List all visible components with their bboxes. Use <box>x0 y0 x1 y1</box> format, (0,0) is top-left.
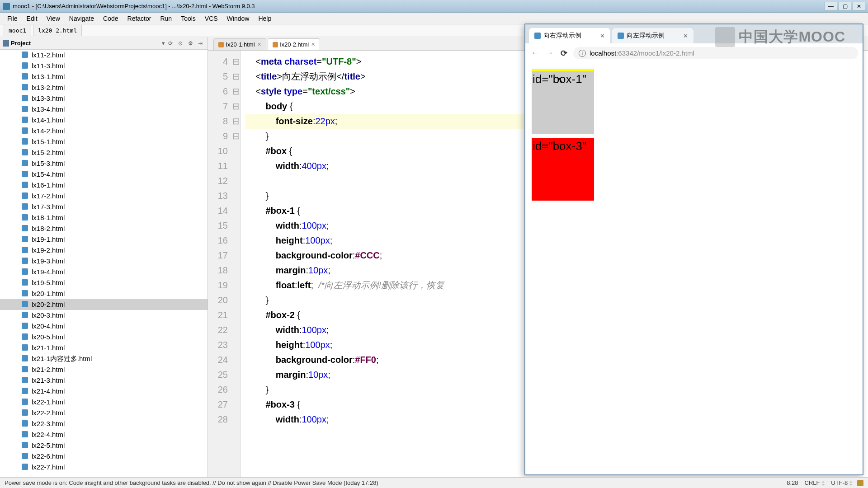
project-file[interactable]: lx22-7.html <box>0 462 208 473</box>
project-file[interactable]: lx22-1.html <box>0 397 208 408</box>
line-ending[interactable]: CRLF ‡ <box>805 479 825 486</box>
project-file[interactable]: lx21-4.html <box>0 386 208 397</box>
project-file[interactable]: lx13-1.html <box>0 71 208 82</box>
status-message[interactable]: Power save mode is on: Code insight and … <box>5 479 378 486</box>
menu-refactor[interactable]: Refactor <box>123 14 156 23</box>
project-file[interactable]: lx13-4.html <box>0 104 208 115</box>
hide-icon[interactable]: ⇥ <box>196 39 205 48</box>
project-file[interactable]: lx20-3.html <box>0 310 208 321</box>
project-file[interactable]: lx20-2.html <box>0 299 208 310</box>
site-info-icon[interactable]: i <box>579 50 586 57</box>
project-collapse-icon[interactable]: ▾ <box>162 40 165 47</box>
menu-view[interactable]: View <box>42 14 65 23</box>
title-bar: mooc1 - [C:\Users\Administrator\Webstorm… <box>0 0 868 13</box>
caret-position[interactable]: 8:28 <box>787 479 798 486</box>
project-file[interactable]: lx19-2.html <box>0 245 208 256</box>
project-file[interactable]: lx19-5.html <box>0 277 208 288</box>
browser-window: 向右浮动示例✕向左浮动示例✕ ← → ⟳ i localhost:63342/m… <box>524 23 863 475</box>
project-file[interactable]: lx18-1.html <box>0 212 208 223</box>
lock-icon[interactable] <box>857 480 863 486</box>
project-tree[interactable]: lx11-2.htmllx11-3.htmllx13-1.htmllx13-2.… <box>0 50 208 477</box>
project-file[interactable]: lx22-5.html <box>0 440 208 451</box>
menu-tools[interactable]: Tools <box>176 14 200 23</box>
close-button[interactable]: ✕ <box>853 2 865 11</box>
project-file[interactable]: lx22-6.html <box>0 451 208 462</box>
tab-label: lx20-1.html <box>226 41 255 48</box>
project-file[interactable]: lx21-3.html <box>0 375 208 386</box>
close-icon[interactable]: ✕ <box>257 42 261 47</box>
project-file[interactable]: lx16-1.html <box>0 180 208 191</box>
maximize-button[interactable]: ▢ <box>839 2 851 11</box>
forward-button[interactable]: → <box>544 48 554 58</box>
favicon <box>534 33 541 39</box>
project-file[interactable]: lx15-2.html <box>0 147 208 158</box>
project-file[interactable]: lx11-2.html <box>0 50 208 61</box>
project-file[interactable]: lx22-4.html <box>0 429 208 440</box>
project-panel: Project ▾ ⟳ ⊙ ⚙ ⇥ lx11-2.htmllx11-3.html… <box>0 37 208 477</box>
project-file[interactable]: lx14-1.html <box>0 115 208 126</box>
preview-box-1: id="box-1" ↖ <box>532 71 594 134</box>
project-file[interactable]: lx13-2.html <box>0 82 208 93</box>
window-title: mooc1 - [C:\Users\Administrator\Webstorm… <box>13 3 825 9</box>
minimize-button[interactable]: — <box>825 2 837 11</box>
project-icon <box>3 40 9 47</box>
project-file[interactable]: lx17-3.html <box>0 202 208 212</box>
project-file[interactable]: lx13-3.html <box>0 93 208 104</box>
address-bar[interactable]: i localhost:63342/mooc1/lx20-2.html <box>573 47 858 59</box>
back-button[interactable]: ← <box>530 48 540 58</box>
menu-code[interactable]: Code <box>99 14 123 23</box>
menu-navigate[interactable]: Navigate <box>65 14 99 23</box>
gear-icon[interactable]: ⚙ <box>186 39 195 48</box>
project-label[interactable]: Project <box>11 40 160 47</box>
status-bar: Power save mode is on: Code insight and … <box>0 477 868 488</box>
project-file[interactable]: lx19-1.html <box>0 234 208 245</box>
editor-tab[interactable]: lx20-1.html✕ <box>213 38 266 50</box>
project-file[interactable]: lx14-2.html <box>0 126 208 136</box>
close-icon[interactable]: ✕ <box>311 42 315 47</box>
project-file[interactable]: lx15-3.html <box>0 158 208 169</box>
project-file[interactable]: lx19-3.html <box>0 256 208 267</box>
project-file[interactable]: lx17-2.html <box>0 191 208 202</box>
browser-tab[interactable]: 向左浮动示例✕ <box>612 28 693 43</box>
close-icon[interactable]: ✕ <box>600 33 605 39</box>
fold-gutter[interactable]: ⊟⊟⊟⊟⊟⊟ <box>231 51 241 477</box>
browser-viewport: id="box-1" ↖ id="box-3" <box>525 63 863 474</box>
menu-run[interactable]: Run <box>156 14 176 23</box>
app-icon <box>3 3 10 10</box>
browser-tab-strip: 向右浮动示例✕向左浮动示例✕ <box>525 24 863 43</box>
project-file[interactable]: lx22-3.html <box>0 418 208 429</box>
menu-bar: FileEditViewNavigateCodeRefactorRunTools… <box>0 13 868 24</box>
menu-file[interactable]: File <box>3 14 22 23</box>
sync-icon[interactable]: ⟳ <box>166 39 175 48</box>
tab-title: 向右浮动示例 <box>543 32 597 40</box>
project-file[interactable]: lx22-2.html <box>0 408 208 418</box>
browser-toolbar: ← → ⟳ i localhost:63342/mooc1/lx20-2.htm… <box>525 43 863 63</box>
menu-vcs[interactable]: VCS <box>200 14 222 23</box>
breadcrumb-file[interactable]: lx20-2.html <box>33 25 82 36</box>
reload-button[interactable]: ⟳ <box>559 48 569 58</box>
editor-tab[interactable]: lx20-2.html✕ <box>268 38 321 50</box>
menu-edit[interactable]: Edit <box>22 14 42 23</box>
breadcrumb-root[interactable]: mooc1 <box>4 25 31 36</box>
tab-label: lx20-2.html <box>280 41 309 48</box>
project-file[interactable]: lx21-1内容过多.html <box>0 353 208 364</box>
project-file[interactable]: lx15-4.html <box>0 169 208 180</box>
project-file[interactable]: lx20-1.html <box>0 288 208 299</box>
project-file[interactable]: lx19-4.html <box>0 267 208 277</box>
menu-help[interactable]: Help <box>254 14 276 23</box>
project-file[interactable]: lx11-3.html <box>0 61 208 71</box>
project-file[interactable]: lx21-1.html <box>0 343 208 353</box>
menu-window[interactable]: Window <box>222 14 254 23</box>
project-file[interactable]: lx18-2.html <box>0 223 208 234</box>
tab-title: 向左浮动示例 <box>627 32 680 40</box>
close-icon[interactable]: ✕ <box>683 33 688 39</box>
locate-icon[interactable]: ⊙ <box>176 39 185 48</box>
favicon <box>618 33 624 39</box>
encoding[interactable]: UTF-8 ‡ <box>831 479 853 486</box>
browser-tab[interactable]: 向右浮动示例✕ <box>529 28 610 43</box>
project-file[interactable]: lx15-1.html <box>0 136 208 147</box>
project-file[interactable]: lx20-4.html <box>0 321 208 332</box>
project-file[interactable]: lx21-2.html <box>0 364 208 375</box>
project-file[interactable]: lx20-5.html <box>0 332 208 343</box>
file-icon <box>218 42 224 47</box>
